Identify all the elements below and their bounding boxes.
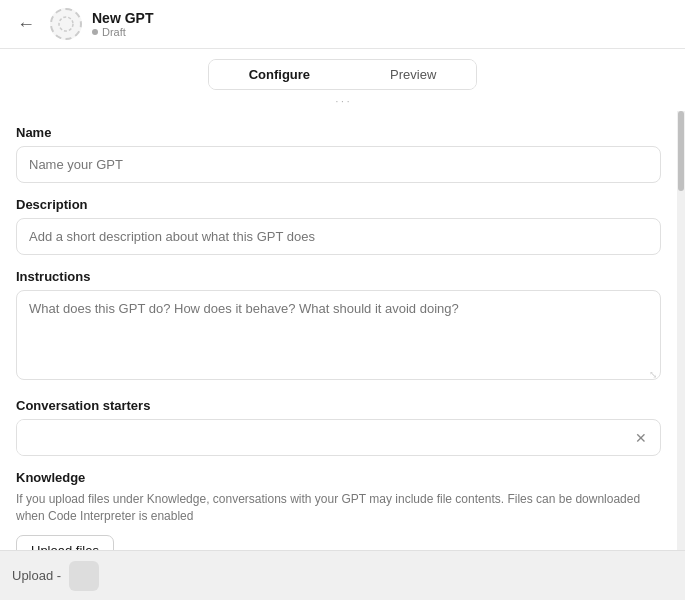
- starter-input-container: ✕: [16, 419, 661, 456]
- knowledge-description: If you upload files under Knowledge, con…: [16, 491, 661, 525]
- tab-indicator: · · ·: [0, 94, 685, 111]
- name-input[interactable]: [16, 146, 661, 183]
- scrollbar-area[interactable]: [677, 111, 685, 550]
- header-status: Draft: [92, 26, 153, 38]
- status-text: Draft: [102, 26, 126, 38]
- tab-configure[interactable]: Configure: [209, 60, 350, 89]
- gpt-avatar: [50, 8, 82, 40]
- resize-handle-icon: ⤡: [649, 369, 657, 380]
- header-info: New GPT Draft: [92, 10, 153, 38]
- name-label: Name: [16, 125, 661, 140]
- tab-wrapper: Configure Preview: [208, 59, 478, 90]
- tab-preview[interactable]: Preview: [350, 60, 476, 89]
- instructions-textarea-container: ⤡: [16, 290, 661, 384]
- conversation-starter-input[interactable]: [17, 420, 626, 455]
- name-section: Name: [16, 125, 661, 183]
- app-container: ← New GPT Draft Configure Preview · · ·: [0, 0, 685, 600]
- starter-clear-button[interactable]: ✕: [626, 423, 656, 453]
- header: ← New GPT Draft: [0, 0, 685, 49]
- knowledge-label: Knowledge: [16, 470, 661, 485]
- back-icon: ←: [17, 14, 35, 35]
- tabs-container: Configure Preview: [0, 49, 685, 94]
- instructions-label: Instructions: [16, 269, 661, 284]
- status-dot: [92, 29, 98, 35]
- description-input[interactable]: [16, 218, 661, 255]
- header-title: New GPT: [92, 10, 153, 26]
- scrollbar-thumb[interactable]: [678, 111, 684, 191]
- back-button[interactable]: ←: [12, 10, 40, 38]
- instructions-textarea[interactable]: [16, 290, 661, 380]
- knowledge-section: Knowledge If you upload files under Know…: [16, 470, 661, 550]
- instructions-section: Instructions ⤡: [16, 269, 661, 384]
- description-label: Description: [16, 197, 661, 212]
- description-section: Description: [16, 197, 661, 255]
- bottom-icon-1: [69, 561, 99, 591]
- upload-files-button[interactable]: Upload files: [16, 535, 114, 550]
- clear-icon: ✕: [635, 430, 647, 446]
- svg-point-0: [59, 17, 73, 31]
- configure-panel[interactable]: Name Description Instructions ⤡ Conversa…: [0, 111, 677, 550]
- conversation-starters-label: Conversation starters: [16, 398, 661, 413]
- bottom-strip: Upload -: [0, 550, 685, 600]
- conversation-starters-section: Conversation starters ✕: [16, 398, 661, 456]
- main-layout: Name Description Instructions ⤡ Conversa…: [0, 111, 685, 550]
- bottom-upload-text: Upload -: [12, 568, 61, 583]
